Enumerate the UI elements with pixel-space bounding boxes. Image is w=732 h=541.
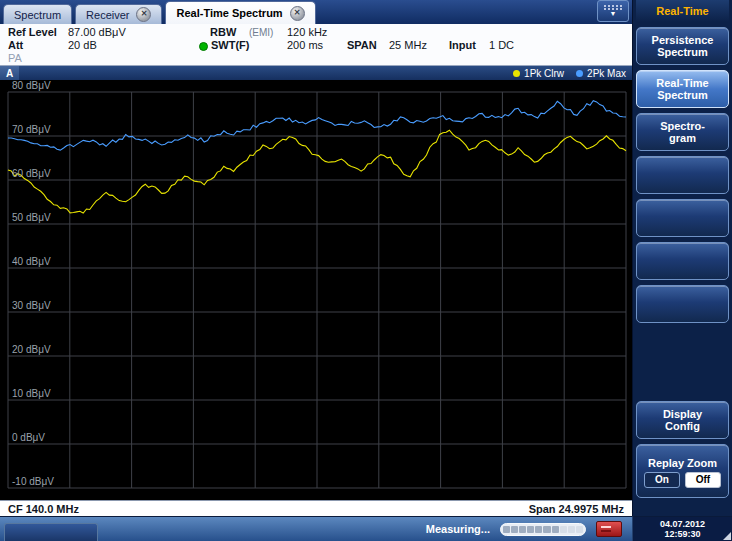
tab-label: Real-Time Spectrum: [176, 7, 282, 19]
progress-segment: [503, 526, 510, 533]
att-value: 20 dB: [68, 39, 97, 51]
progress-segment: [519, 526, 526, 533]
ref-level-label: Ref Level: [8, 26, 57, 38]
tab-real-time-spectrum[interactable]: Real-Time Spectrum ✕: [165, 1, 315, 24]
tab-label: Spectrum: [14, 9, 61, 21]
trace-plot: [0, 80, 632, 500]
rbw-value: 120 kHz: [287, 26, 327, 38]
input-label: Input: [449, 39, 476, 51]
softkey-label: Display Config: [648, 408, 718, 432]
trace2-color-dot: [576, 70, 583, 77]
span-readout: Span 24.9975 MHz: [529, 503, 624, 515]
softkey-panel-title: Real-Time: [636, 0, 729, 22]
trace1-color-dot: [513, 70, 520, 77]
status-tab[interactable]: [4, 523, 98, 541]
tab-spectrum[interactable]: Spectrum: [3, 4, 72, 24]
softkey-real-time-spectrum[interactable]: Real-Time Spectrum: [636, 70, 729, 108]
softkey-label: Spectro-gram: [648, 120, 718, 144]
replay-zoom-toggle: On Off: [644, 472, 721, 488]
legend-item-1pk[interactable]: 1Pk Clrw: [513, 68, 564, 79]
progress-segment: [527, 526, 534, 533]
progress-segment: [552, 526, 559, 533]
progress-segment: [535, 526, 542, 533]
progress-segment: [560, 526, 567, 533]
softkey-panel: Real-Time Persistence Spectrum Real-Time…: [632, 0, 732, 516]
toggle-off-button[interactable]: Off: [685, 472, 721, 488]
softkey-persistence-spectrum[interactable]: Persistence Spectrum: [636, 27, 729, 65]
legend-label: 2Pk Max: [587, 68, 626, 79]
att-label: Att: [8, 39, 23, 51]
window-id-badge: A: [0, 66, 19, 80]
tab-bar: Spectrum Receiver ✕ Real-Time Spectrum ✕…: [0, 0, 632, 24]
preamp-label: PA: [8, 52, 22, 64]
span-value: 25 MHz: [389, 39, 427, 51]
settings-row-2: Att 20 dB SWT(F) 200 ms SPAN 25 MHz Inpu…: [0, 39, 632, 52]
toggle-on-button[interactable]: On: [644, 472, 680, 488]
spectrum-chart[interactable]: 80 dBμV70 dBμV60 dBμV50 dBμV40 dBμV30 dB…: [0, 80, 632, 500]
rbw-label: RBW: [210, 26, 236, 38]
softkey-blank-2: [636, 199, 729, 237]
progress-segment: [511, 526, 518, 533]
chart-footer: CF 140.0 MHz Span 24.9975 MHz: [0, 500, 632, 516]
softkey-label: Persistence Spectrum: [648, 34, 718, 58]
softkey-replay-zoom[interactable]: Replay Zoom On Off: [636, 444, 729, 498]
softkey-label: Replay Zoom: [648, 457, 717, 469]
softkey-blank-3: [636, 242, 729, 280]
center-frequency-readout: CF 140.0 MHz: [8, 503, 79, 515]
softkey-spectrogram[interactable]: Spectro-gram: [636, 113, 729, 151]
tab-label: Receiver: [86, 9, 129, 21]
measurement-progress-bar: [500, 523, 586, 536]
settings-row-3: PA: [0, 52, 632, 65]
span-label: SPAN: [347, 39, 377, 51]
spectrum-analyzer-screen: Spectrum Receiver ✕ Real-Time Spectrum ✕…: [0, 0, 732, 541]
settings-row-1: Ref Level 87.00 dBμV RBW (EMI) 120 kHz: [0, 26, 632, 39]
trace-window-header: A 1Pk Clrw 2Pk Max: [0, 66, 632, 80]
swt-status-icon: [199, 42, 208, 51]
measuring-status: Measuring...: [426, 523, 490, 535]
trace-legend: 1Pk Clrw 2Pk Max: [513, 68, 626, 79]
softkey-label: Real-Time Spectrum: [648, 77, 718, 101]
swt-value: 200 ms: [287, 39, 323, 51]
status-right-group: Measuring...: [426, 521, 632, 537]
softkey-spacer: [636, 323, 729, 396]
status-bar: Measuring...: [0, 516, 632, 541]
legend-label: 1Pk Clrw: [524, 68, 564, 79]
input-value: 1 DC: [489, 39, 514, 51]
measurement-settings-bar: Ref Level 87.00 dBμV RBW (EMI) 120 kHz A…: [0, 24, 632, 66]
close-icon[interactable]: ✕: [290, 6, 305, 21]
progress-segment: [576, 526, 583, 533]
rbw-mode: (EMI): [249, 27, 273, 38]
time-text: 12:59:30: [664, 529, 700, 539]
device-status-icon: [596, 521, 622, 537]
softkey-blank-1: [636, 156, 729, 194]
softkey-display-config[interactable]: Display Config: [636, 401, 729, 439]
close-icon[interactable]: ✕: [136, 7, 151, 22]
onscreen-keyboard-button[interactable]: ▼: [597, 0, 629, 22]
datetime-display: 04.07.2012 12:59:30: [632, 516, 732, 541]
swt-label: SWT(F): [211, 39, 249, 51]
grid: [8, 92, 626, 488]
legend-item-2pk[interactable]: 2Pk Max: [576, 68, 626, 79]
ref-level-value: 87.00 dBμV: [68, 26, 126, 38]
progress-segment: [543, 526, 550, 533]
date-text: 04.07.2012: [660, 519, 705, 529]
tab-receiver[interactable]: Receiver ✕: [75, 4, 162, 24]
softkey-blank-4: [636, 285, 729, 323]
progress-segment: [568, 526, 575, 533]
chevron-down-icon: ▼: [610, 11, 617, 17]
